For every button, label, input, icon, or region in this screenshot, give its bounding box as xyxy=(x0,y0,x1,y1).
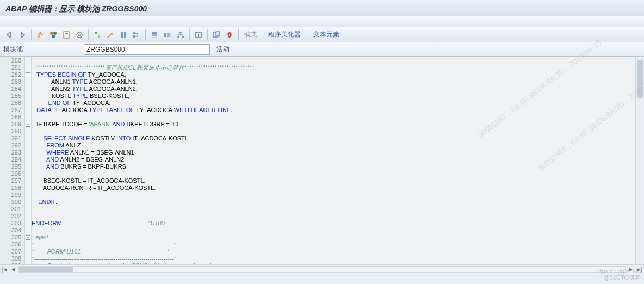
object-name-input[interactable] xyxy=(84,44,210,55)
svg-text:i: i xyxy=(198,32,200,38)
stack-vert-icon[interactable] xyxy=(148,29,160,41)
display-object-icon[interactable] xyxy=(210,29,222,41)
line-number: 286 xyxy=(0,100,22,107)
code-line[interactable] xyxy=(32,170,635,177)
wand-icon[interactable] xyxy=(104,29,116,41)
object-type-label: 模块池 xyxy=(3,45,79,54)
line-number: 290 xyxy=(0,128,22,135)
code-line[interactable]: *---------------------------------------… xyxy=(32,241,635,248)
line-number: 289 xyxy=(0,121,22,128)
line-number: 291 xyxy=(0,135,22,142)
line-number: 308 xyxy=(0,255,22,262)
code-line[interactable]: IF BKPF-TCODE = 'AFABN' AND BKPF-LDGRP =… xyxy=(32,121,635,128)
vertical-scrollbar[interactable] xyxy=(635,57,644,264)
line-number: 283 xyxy=(0,78,22,85)
svg-rect-10 xyxy=(121,32,123,38)
line-number: 298 xyxy=(0,184,22,192)
code-line[interactable] xyxy=(32,192,635,199)
breakpoint-icon[interactable]: STO xyxy=(224,29,236,41)
info-icon[interactable]: i xyxy=(193,29,205,41)
line-number: 294 xyxy=(0,156,22,163)
code-line[interactable]: KOSTL TYPE BSEG-KOSTL, xyxy=(32,92,635,100)
svg-rect-9 xyxy=(98,35,100,38)
code-line[interactable] xyxy=(32,128,635,135)
code-line[interactable]: ENDFORM. "U100 xyxy=(32,220,635,227)
object-info-row: 模块池 活动 xyxy=(0,42,644,57)
svg-rect-19 xyxy=(169,33,171,37)
toolbar-divider xyxy=(262,29,262,40)
code-area[interactable]: ******************************资产折旧CL账套成本… xyxy=(32,57,635,273)
svg-rect-22 xyxy=(182,36,184,38)
code-line[interactable]: ANLN1 TYPE ACDOCA-ANLN1, xyxy=(32,78,635,85)
line-number: 288 xyxy=(0,114,22,121)
text-elements-link[interactable]: 文本元素 xyxy=(310,30,343,39)
svg-point-3 xyxy=(52,35,55,38)
code-line[interactable]: FROM ANLZ xyxy=(32,142,635,149)
code-line[interactable]: *---------------------------------------… xyxy=(32,255,635,262)
where-used-icon[interactable] xyxy=(60,29,72,41)
code-line[interactable]: ACDOCA-RCNTR = IT_ACDOCA-KOSTL. xyxy=(32,184,635,192)
title-bar: ABAP 编辑器：显示 模块池 ZRGGBS000 xyxy=(0,0,644,16)
code-line[interactable]: ENDIF. xyxy=(32,199,635,206)
application-toolbar: i STO 模式 程序美化器 文本元素 xyxy=(0,27,644,42)
code-line[interactable] xyxy=(32,57,635,64)
object-status: 活动 xyxy=(216,45,230,54)
test-icon[interactable] xyxy=(47,29,59,41)
svg-text:STO: STO xyxy=(226,33,234,37)
code-line[interactable]: WHERE ANLN1 = BSEG-ANLN1 xyxy=(32,149,635,156)
cut-icon[interactable] xyxy=(117,29,129,41)
code-line[interactable]: ANLN2 TYPE ACDOCA-ANLN2, xyxy=(32,85,635,92)
beautifier-link[interactable]: 程序美化器 xyxy=(265,30,304,39)
forward-arrow-icon[interactable] xyxy=(16,29,28,41)
code-line[interactable] xyxy=(32,213,635,220)
line-number: 296 xyxy=(0,170,22,177)
scroll-left-icon[interactable]: ◂ xyxy=(9,266,17,273)
scroll-first-icon[interactable]: |◂ xyxy=(0,266,9,273)
other-object-icon[interactable] xyxy=(73,29,85,41)
code-line[interactable]: TYPES:BEGIN OF TY_ACDOCA, xyxy=(32,71,635,78)
vertical-scroll-thumb[interactable] xyxy=(637,60,643,98)
toolbar-divider xyxy=(145,29,146,40)
line-number: 299 xyxy=(0,192,22,199)
code-line[interactable] xyxy=(32,206,635,213)
code-line[interactable]: * eject xyxy=(32,234,635,241)
code-line[interactable]: AND ANLN2 = BSEG-ANLN2 xyxy=(32,156,635,163)
code-line[interactable] xyxy=(32,114,635,121)
toolbar-divider xyxy=(207,29,208,40)
svg-rect-13 xyxy=(133,35,135,38)
code-line[interactable] xyxy=(32,227,635,234)
code-line[interactable]: ******************************资产折旧CL账套成本… xyxy=(32,64,635,71)
code-line[interactable]: * FORM U101 * xyxy=(32,248,635,255)
back-arrow-icon[interactable] xyxy=(3,29,15,41)
horizontal-scrollbar: |◂ ◂ ▸ ▸| xyxy=(0,264,644,273)
svg-rect-15 xyxy=(152,34,157,36)
svg-rect-23 xyxy=(196,32,201,38)
line-number: 305 xyxy=(0,234,22,241)
horizontal-scroll-thumb[interactable] xyxy=(19,267,73,272)
svg-rect-25 xyxy=(213,33,218,37)
svg-rect-12 xyxy=(133,32,135,34)
code-line[interactable]: AND BUKRS = BKPF-BUKRS. xyxy=(32,163,635,170)
svg-rect-8 xyxy=(95,32,97,34)
title-separator xyxy=(0,16,644,27)
code-line[interactable]: BSEG-KOSTL = IT_ACDOCA-KOSTL. xyxy=(32,177,635,184)
code-line[interactable]: DATA:IT_ACDOCA TYPE TABLE OF TY_ACDOCA W… xyxy=(32,107,635,114)
horizontal-scroll-track[interactable] xyxy=(18,266,626,273)
svg-point-6 xyxy=(77,32,82,38)
toolbar-divider xyxy=(88,29,89,40)
svg-point-7 xyxy=(78,34,81,36)
fold-toggle[interactable]: - xyxy=(26,122,30,127)
enhance-icon[interactable] xyxy=(91,29,103,41)
structure-icon[interactable] xyxy=(131,29,143,41)
stack-horz-icon[interactable] xyxy=(162,29,174,41)
activate-icon[interactable] xyxy=(34,29,46,41)
code-line[interactable]: END OF TY_ACDOCA. xyxy=(32,100,635,107)
page-title: ABAP 编辑器：显示 模块池 ZRGGBS000 xyxy=(5,4,147,14)
hierarchy-icon[interactable] xyxy=(175,29,187,41)
fold-toggle[interactable]: - xyxy=(26,235,30,240)
line-number: 297 xyxy=(0,177,22,184)
code-line[interactable]: SELECT SINGLE KOSTLV INTO IT_ACDOCA-KOST… xyxy=(32,135,635,142)
fold-toggle[interactable]: - xyxy=(26,72,30,77)
svg-rect-14 xyxy=(152,32,157,34)
mode-label: 模式 xyxy=(242,30,259,39)
